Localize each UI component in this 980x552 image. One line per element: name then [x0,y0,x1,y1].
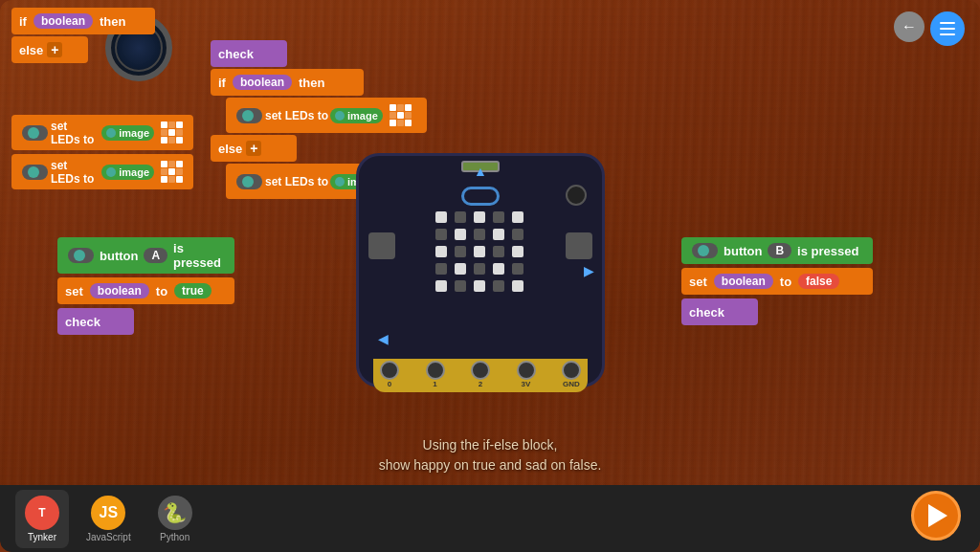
bottom-bar: T Tynker JS JavaScript 🐍 Python [0,485,980,552]
hamburger-line-1 [940,22,955,24]
boolean-b[interactable]: boolean [714,274,773,289]
to-label-a: to [156,284,167,298]
tynker-label: Tynker [28,532,56,542]
else-label-c: else [218,142,242,156]
microbit-led-grid [435,211,525,292]
set-leds-c1: set LEDs to [265,109,328,122]
button-b-group[interactable]: button B is pressed set boolean to false… [681,237,873,327]
connector-b [692,243,718,258]
hamburger-icon [940,22,955,35]
false-value: false [798,274,839,289]
set-leds-block-1[interactable]: set LEDs to image [11,115,193,150]
then-label-c: then [299,76,324,90]
canvas: if boolean then else + set LEDs to image… [0,0,980,552]
arrow-right-icon: ▶ [584,263,594,278]
set-label-b: set [689,275,707,289]
pin-2: 2 [467,361,494,388]
set-boolean-true-block[interactable]: set boolean to true [57,277,234,304]
check-label-b: check [689,305,724,320]
hamburger-line-3 [940,33,955,35]
button-a-group[interactable]: button A is pressed set boolean to true … [57,237,234,337]
pin-0: 0 [376,361,403,388]
is-pressed-b: is pressed [797,244,858,258]
set-label-a: set [65,284,83,298]
button-label-b: button [724,244,762,258]
connector-c1 [236,108,262,123]
microbit-pins-bar: 0 1 2 3V [373,359,588,392]
tynker-icon: T [25,496,59,530]
else-plus-center[interactable]: + [246,141,261,156]
button-label-a: button [100,249,138,263]
microbit-device: ▲ ◀ ▶ 0 [346,153,614,402]
instruction-line-1: Using the if-else block, [379,435,602,455]
set-boolean-false-block[interactable]: set boolean to false [681,268,873,295]
else-block[interactable]: else + [11,36,88,63]
boolean-value-c[interactable]: boolean [233,75,292,90]
image-badge-2: image [101,165,154,180]
set-leds-block-2[interactable]: set LEDs to image [11,154,193,189]
pin-gnd: GND [558,361,585,388]
button-a-pressed-block[interactable]: button A is pressed [57,237,234,274]
dot-grid-c1 [387,101,414,129]
set-leds-c2: set LEDs to [265,175,328,188]
set-leds-label-2: set LEDs to [51,159,100,186]
to-label-b: to [780,275,791,289]
microbit-speaker [566,185,587,206]
dot-grid-1 [158,119,186,146]
tab-javascript[interactable]: JS JavaScript [77,490,141,548]
connector-2 [22,165,48,180]
js-icon: JS [91,496,125,530]
check-block-a[interactable]: check [57,308,134,335]
tab-tynker[interactable]: T Tynker [15,490,69,548]
connector-1 [22,125,48,141]
microbit-body: ▲ ◀ ▶ 0 [356,153,605,387]
pin-1: 1 [422,361,449,388]
button-a-value: A [144,248,167,263]
is-pressed-a: is pressed [173,241,227,270]
button-b-value: B [768,243,791,258]
button-b-pressed-block[interactable]: button B is pressed [681,237,873,264]
check-label-center: check [218,47,254,61]
check-block-b[interactable]: check [681,298,758,325]
dot-grid-2 [158,158,186,186]
back-button[interactable]: ← [894,11,924,42]
then-label: then [100,14,125,29]
boolean-value[interactable]: boolean [33,13,93,29]
microbit-logo [461,187,500,206]
tab-python[interactable]: 🐍 Python [148,490,202,548]
top-left-block-group[interactable]: if boolean then else + [11,8,155,65]
if-boolean-then-block[interactable]: if boolean then [11,8,155,34]
microbit-button-a[interactable] [368,232,395,259]
else-block-center[interactable]: else + [211,135,297,162]
set-leds-block-c1[interactable]: set LEDs to image [226,98,427,133]
play-triangle-icon [928,504,947,527]
arrow-bottom-icon: ◀ [378,331,389,346]
menu-button[interactable] [930,11,965,46]
javascript-label: JavaScript [86,532,131,542]
boolean-a[interactable]: boolean [90,283,149,298]
if-boolean-center[interactable]: if boolean then [211,69,364,96]
true-value: true [174,283,212,298]
arrow-top-icon: ▲ [474,164,487,179]
check-block-center[interactable]: check [211,40,287,67]
microbit-button-b[interactable] [566,232,592,259]
play-button[interactable] [911,491,961,541]
pin-3v: 3V [513,361,540,388]
python-icon: 🐍 [158,496,192,530]
if-label-c: if [218,76,226,90]
connector-a [68,248,94,263]
instruction-line-2: show happy on true and sad on false. [379,455,602,475]
image-badge-1: image [101,125,154,141]
python-label: Python [160,532,189,542]
connector-c2 [236,174,262,189]
else-plus-button[interactable]: + [47,42,62,57]
if-label: if [19,14,27,29]
instruction-text: Using the if-else block, show happy on t… [379,435,602,475]
else-label: else [19,43,43,57]
hamburger-line-2 [940,28,955,30]
set-leds-group-left[interactable]: set LEDs to image set LEDs to image [11,115,193,191]
check-label-a: check [65,315,100,329]
set-leds-label-1: set LEDs to [51,120,100,146]
image-badge-c1: image [330,108,383,123]
